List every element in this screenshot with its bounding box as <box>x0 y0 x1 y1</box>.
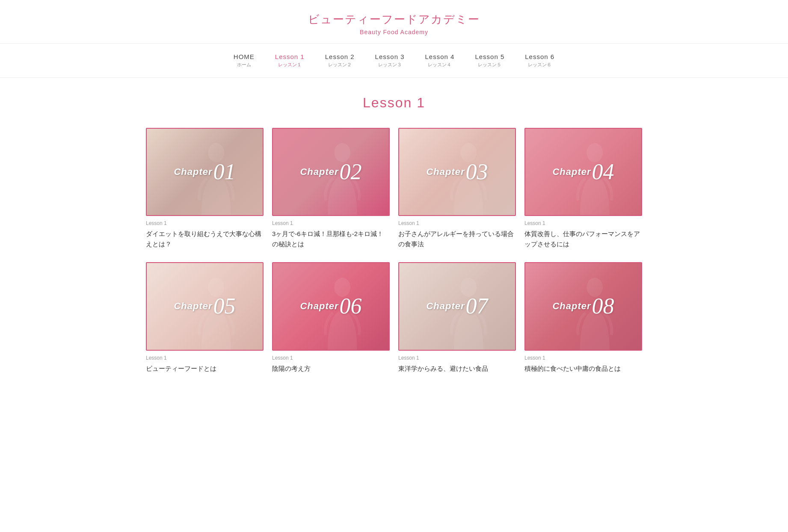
chapter-thumbnail-ch07: Chapter 07 <box>398 262 516 350</box>
chapter-word-ch02: Chapter <box>300 166 338 177</box>
chapter-thumbnail-ch06: Chapter 06 <box>272 262 390 350</box>
nav-label-jp: レッスン５ <box>475 62 504 68</box>
nav-label-en: Lesson 6 <box>525 53 554 60</box>
chapter-desc-ch02: 3ヶ月で-6キロ減！旦那様も-2キロ減！の秘訣とは <box>272 229 390 249</box>
nav-item-lesson1[interactable]: Lesson 1 レッスン１ <box>275 53 305 68</box>
chapters-grid: Chapter 01 Lesson 1 ダイエットを取り組むうえで大事な心構えと… <box>146 128 642 376</box>
nav-label-jp: レッスン２ <box>325 62 355 68</box>
chapter-item-ch04[interactable]: Chapter 04 Lesson 1 体質改善し、仕事のパフォーマンスをアップ… <box>524 128 642 252</box>
chapter-num-ch07: 07 <box>466 295 488 317</box>
nav-item-lesson4[interactable]: Lesson 4 レッスン４ <box>425 53 455 68</box>
nav-item-lesson3[interactable]: Lesson 3 レッスン３ <box>375 53 405 68</box>
chapter-meta-ch04: Lesson 1 体質改善し、仕事のパフォーマンスをアップさせるには <box>524 216 642 252</box>
chapter-item-ch05[interactable]: Chapter 05 Lesson 1 ビューティーフードとは <box>146 262 264 376</box>
chapter-num-ch08: 08 <box>592 295 614 317</box>
nav-label-en: Lesson 5 <box>475 53 504 60</box>
chapter-item-ch02[interactable]: Chapter 02 Lesson 1 3ヶ月で-6キロ減！旦那様も-2キロ減！… <box>272 128 390 252</box>
chapter-lesson-tag-ch02: Lesson 1 <box>272 220 390 226</box>
chapter-word-ch01: Chapter <box>174 166 212 177</box>
chapter-desc-ch07: 東洋学からみる、避けたい食品 <box>398 364 516 374</box>
chapter-desc-ch05: ビューティーフードとは <box>146 364 264 374</box>
chapter-lesson-tag-ch01: Lesson 1 <box>146 220 264 226</box>
chapter-item-ch06[interactable]: Chapter 06 Lesson 1 陰陽の考え方 <box>272 262 390 376</box>
chapter-meta-ch01: Lesson 1 ダイエットを取り組むうえで大事な心構えとは？ <box>146 216 264 252</box>
chapter-thumbnail-ch01: Chapter 01 <box>146 128 264 216</box>
chapter-thumbnail-ch05: Chapter 05 <box>146 262 264 350</box>
chapter-label-ch08: Chapter 08 <box>525 295 641 317</box>
nav-item-home[interactable]: HOME ホーム <box>234 53 255 68</box>
site-header: ビューティーフードアカデミー Beauty Food Academy <box>0 0 788 44</box>
nav-label-en: Lesson 2 <box>325 53 355 60</box>
chapter-word-ch05: Chapter <box>174 301 212 312</box>
chapter-desc-ch03: お子さんがアレルギーを持っている場合の食事法 <box>398 229 516 249</box>
chapter-meta-ch03: Lesson 1 お子さんがアレルギーを持っている場合の食事法 <box>398 216 516 252</box>
chapter-num-ch06: 06 <box>340 295 362 317</box>
chapter-lesson-tag-ch07: Lesson 1 <box>398 355 516 361</box>
nav-label-en: Lesson 4 <box>425 53 455 60</box>
chapter-meta-ch08: Lesson 1 積極的に食べたい中庸の食品とは <box>524 351 642 376</box>
chapter-desc-ch06: 陰陽の考え方 <box>272 364 390 374</box>
nav-item-lesson5[interactable]: Lesson 5 レッスン５ <box>475 53 504 68</box>
chapter-lesson-tag-ch03: Lesson 1 <box>398 220 516 226</box>
site-title-english: Beauty Food Academy <box>9 29 779 35</box>
nav-label-en: Lesson 1 <box>275 53 305 60</box>
chapter-thumbnail-ch02: Chapter 02 <box>272 128 390 216</box>
chapter-lesson-tag-ch05: Lesson 1 <box>146 355 264 361</box>
chapter-label-ch06: Chapter 06 <box>273 295 389 317</box>
nav-label-jp: レッスン１ <box>275 62 305 68</box>
chapter-num-ch05: 05 <box>213 295 236 317</box>
chapter-word-ch04: Chapter <box>552 166 591 177</box>
chapter-meta-ch07: Lesson 1 東洋学からみる、避けたい食品 <box>398 351 516 376</box>
nav-label-jp: レッスン３ <box>375 62 405 68</box>
chapter-meta-ch06: Lesson 1 陰陽の考え方 <box>272 351 390 376</box>
chapter-word-ch06: Chapter <box>300 301 338 312</box>
chapter-meta-ch02: Lesson 1 3ヶ月で-6キロ減！旦那様も-2キロ減！の秘訣とは <box>272 216 390 252</box>
chapter-desc-ch08: 積極的に食べたい中庸の食品とは <box>524 364 642 374</box>
chapter-num-ch01: 01 <box>213 161 236 183</box>
chapter-item-ch01[interactable]: Chapter 01 Lesson 1 ダイエットを取り組むうえで大事な心構えと… <box>146 128 264 252</box>
chapter-item-ch03[interactable]: Chapter 03 Lesson 1 お子さんがアレルギーを持っている場合の食… <box>398 128 516 252</box>
chapter-thumbnail-ch08: Chapter 08 <box>524 262 642 350</box>
nav-label-jp: レッスン６ <box>525 62 554 68</box>
site-title-japanese: ビューティーフードアカデミー <box>9 12 779 27</box>
nav-item-lesson6[interactable]: Lesson 6 レッスン６ <box>525 53 554 68</box>
chapter-num-ch02: 02 <box>340 161 362 183</box>
chapter-lesson-tag-ch04: Lesson 1 <box>524 220 642 226</box>
nav-label-en: Lesson 3 <box>375 53 405 60</box>
nav-label-jp: ホーム <box>234 62 255 68</box>
chapter-num-ch04: 04 <box>592 161 614 183</box>
chapter-label-ch03: Chapter 03 <box>399 161 515 183</box>
chapter-label-ch02: Chapter 02 <box>273 161 389 183</box>
chapter-lesson-tag-ch08: Lesson 1 <box>524 355 642 361</box>
lesson-title: Lesson 1 <box>146 95 642 111</box>
chapter-label-ch04: Chapter 04 <box>525 161 641 183</box>
chapter-meta-ch05: Lesson 1 ビューティーフードとは <box>146 351 264 376</box>
chapter-thumbnail-ch04: Chapter 04 <box>524 128 642 216</box>
chapter-word-ch08: Chapter <box>552 301 591 312</box>
nav-item-lesson2[interactable]: Lesson 2 レッスン２ <box>325 53 355 68</box>
chapter-item-ch08[interactable]: Chapter 08 Lesson 1 積極的に食べたい中庸の食品とは <box>524 262 642 376</box>
chapter-word-ch03: Chapter <box>426 166 465 177</box>
chapter-lesson-tag-ch06: Lesson 1 <box>272 355 390 361</box>
chapter-item-ch07[interactable]: Chapter 07 Lesson 1 東洋学からみる、避けたい食品 <box>398 262 516 376</box>
chapter-thumbnail-ch03: Chapter 03 <box>398 128 516 216</box>
main-navigation: HOME ホーム Lesson 1 レッスン１ Lesson 2 レッスン２ L… <box>0 44 788 78</box>
chapter-label-ch05: Chapter 05 <box>147 295 263 317</box>
nav-label-en: HOME <box>234 53 255 60</box>
chapter-label-ch01: Chapter 01 <box>147 161 263 183</box>
chapter-num-ch03: 03 <box>466 161 488 183</box>
nav-label-jp: レッスン４ <box>425 62 455 68</box>
chapter-label-ch07: Chapter 07 <box>399 295 515 317</box>
chapter-desc-ch01: ダイエットを取り組むうえで大事な心構えとは？ <box>146 229 264 249</box>
main-content: Lesson 1 Chapter 01 Lesson 1 ダイエットを <box>137 78 651 402</box>
chapter-word-ch07: Chapter <box>426 301 465 312</box>
chapter-desc-ch04: 体質改善し、仕事のパフォーマンスをアップさせるには <box>524 229 642 249</box>
